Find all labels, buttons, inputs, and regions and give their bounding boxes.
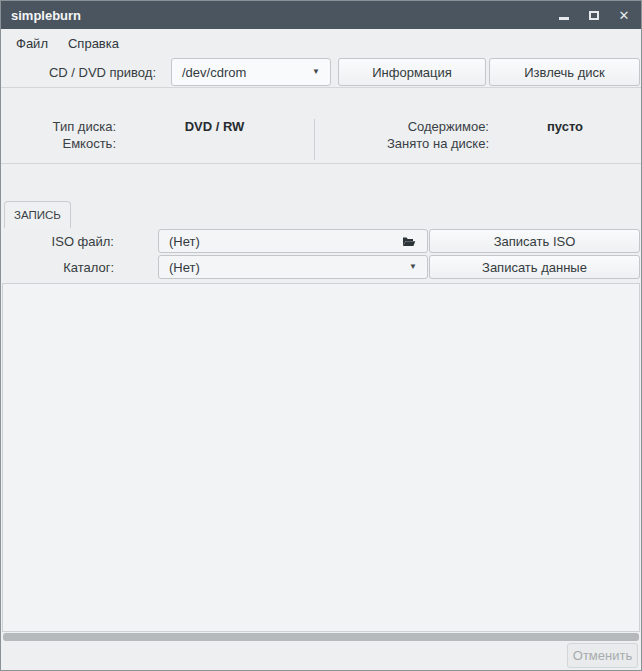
maximize-icon (589, 11, 599, 20)
directory-row: Каталог: (Нет) ▼ Записать данные (1, 254, 641, 280)
footer: Отменить (1, 642, 641, 670)
window-controls: ✕ (557, 8, 631, 22)
directory-select[interactable]: (Нет) ▼ (158, 255, 428, 279)
minimize-icon (559, 17, 569, 20)
disc-capacity-label: Емкость: (1, 136, 116, 153)
menubar: Файл Справка (1, 29, 641, 57)
drive-label: CD / DVD привод: (1, 65, 156, 80)
notebook-gap (1, 164, 641, 201)
burn-data-button[interactable]: Записать данные (429, 255, 640, 279)
drive-row: CD / DVD привод: /dev/cdrom ▼ Информация… (1, 57, 641, 87)
device-select[interactable]: /dev/cdrom ▼ (171, 58, 331, 86)
chevron-down-icon: ▼ (312, 68, 320, 76)
iso-row: ISO файл: (Нет) Записать ISO (1, 228, 641, 254)
device-select-value: /dev/cdrom (182, 65, 312, 80)
burn-iso-button[interactable]: Записать ISO (429, 229, 640, 253)
eject-button[interactable]: Извлечь диск (489, 58, 640, 86)
tab-strip: ЗАПИСЬ (1, 201, 641, 228)
disc-used-label: Занято на диске: (315, 136, 489, 153)
chevron-down-icon: ▼ (409, 263, 417, 271)
maximize-button[interactable] (587, 8, 601, 22)
burn-log-area (2, 283, 640, 632)
open-file-icon (401, 233, 417, 249)
menu-file[interactable]: Файл (11, 34, 53, 53)
tab-burn[interactable]: ЗАПИСЬ (4, 201, 71, 228)
menu-help[interactable]: Справка (63, 34, 124, 53)
disc-contents-value: пусто (489, 119, 641, 136)
disc-type-label: Тип диска: (1, 119, 116, 136)
titlebar[interactable]: simpleburn ✕ (1, 1, 641, 29)
directory-select-value: (Нет) (169, 260, 409, 275)
progress-bar (3, 633, 639, 641)
iso-file-label: ISO файл: (1, 234, 114, 249)
disc-info-panel: Тип диска: DVD / RW Содержимое: пусто Ем… (1, 88, 641, 163)
window-title: simpleburn (11, 8, 81, 23)
cancel-button[interactable]: Отменить (567, 643, 638, 668)
close-button[interactable]: ✕ (617, 8, 631, 22)
iso-file-chooser[interactable]: (Нет) (158, 229, 428, 253)
directory-label: Каталог: (1, 260, 114, 275)
minimize-button[interactable] (557, 8, 571, 22)
disc-info-button[interactable]: Информация (338, 58, 486, 86)
disc-capacity-value (116, 136, 313, 153)
iso-file-value: (Нет) (169, 234, 401, 249)
simpleburn-window: simpleburn ✕ Файл Справка CD / DVD приво… (0, 0, 642, 671)
disc-contents-label: Содержимое: (315, 119, 489, 136)
disc-used-value (489, 136, 641, 153)
disc-type-value: DVD / RW (116, 119, 313, 136)
